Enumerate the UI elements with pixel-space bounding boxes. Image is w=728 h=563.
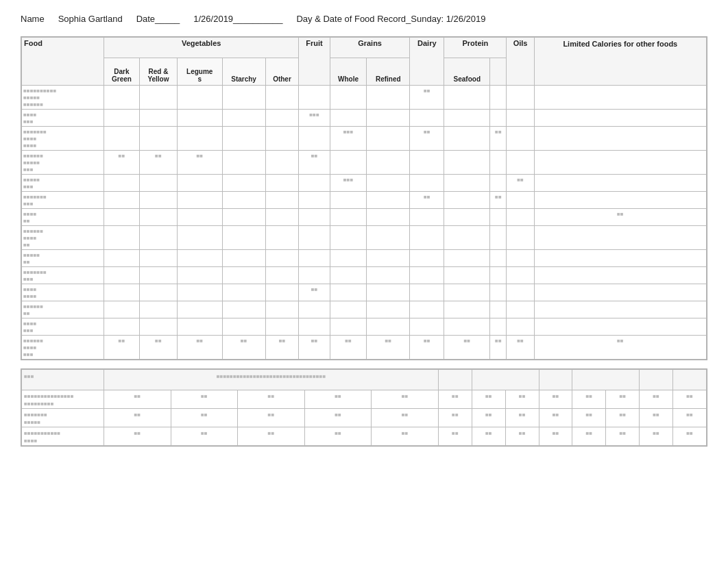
refined-cell	[367, 86, 410, 110]
other-veg-cell	[265, 226, 299, 250]
dairy-cell	[410, 318, 444, 336]
dark-green-cell	[104, 110, 140, 127]
other-veg-cell	[265, 151, 299, 175]
red-yellow-cell	[139, 250, 177, 267]
dairy-cell	[410, 267, 444, 284]
limited-cell: ■■	[673, 390, 707, 409]
fruit-cell: ■■	[299, 284, 330, 301]
starchy-cell	[222, 86, 265, 110]
other-veg-cell	[265, 175, 299, 192]
refined-cell	[367, 250, 410, 267]
red-yellow-cell	[139, 267, 177, 284]
limited-cell	[534, 250, 706, 267]
food-cell: ■■■■■■■■	[22, 175, 104, 192]
table-row: ■■■■■■■■■■■■■■■ ■■■ ■■ ■■	[22, 127, 707, 151]
fruit-cell: ■■■	[299, 110, 330, 127]
fruit-cell	[299, 267, 330, 284]
dairy-cell	[410, 226, 444, 250]
legumes-cell	[177, 175, 222, 192]
whole-cell	[330, 151, 366, 175]
food-cell: ■■■■■■■	[22, 318, 104, 336]
other-veg-cell	[265, 318, 299, 336]
whole-cell: ■■■	[330, 127, 366, 151]
fruit-cell: ■■	[299, 151, 330, 175]
table-row: ■■■■■■■■ ■■	[22, 284, 707, 301]
starchy-cell: ■■	[304, 390, 372, 409]
other-protein-cell: ■■	[490, 336, 507, 360]
col-starchy: Starchy	[222, 58, 265, 86]
food-cell: ■■■■■■■■■■■■■■■■■■■■■■■■	[22, 390, 104, 409]
oils-cell: ■■	[640, 409, 673, 427]
fruit-cell	[299, 175, 330, 192]
food-cell: ■■■■■■■■■■■■■■■	[22, 127, 104, 151]
oils-cell	[507, 284, 534, 301]
dark-green-cell	[104, 301, 140, 318]
other-protein-cell	[490, 250, 507, 267]
oils-cell	[507, 127, 534, 151]
table-row: ■■■■■■■■■■■■■■ ■■ ■■ ■■ ■■	[22, 151, 707, 175]
fruit-cell: ■■	[438, 409, 472, 427]
starchy-cell	[222, 284, 265, 301]
red-yellow-cell	[139, 127, 177, 151]
legumes-cell	[177, 110, 222, 127]
whole-cell	[330, 192, 366, 209]
whole-cell	[330, 250, 366, 267]
refined-cell	[367, 267, 410, 284]
col-vegetables-header: Vegetables	[104, 38, 299, 58]
seafood-cell	[444, 318, 490, 336]
bottom-col-vegetables-header: ■■■■■■■■■■■■■■■■■■■■■■■■■■■■■■■■■	[104, 370, 439, 390]
limited-cell	[534, 86, 706, 110]
food-cell: ■■■■■■■■■■■■■	[22, 336, 104, 360]
legumes-cell: ■■	[177, 151, 222, 175]
refined-cell	[367, 192, 410, 209]
oils-cell	[507, 192, 534, 209]
starchy-cell	[222, 250, 265, 267]
other-veg-cell: ■■	[372, 409, 439, 427]
oils-cell	[507, 151, 534, 175]
seafood-cell	[444, 250, 490, 267]
oils-cell	[507, 209, 534, 226]
table-row: ■■■■■■■■	[22, 301, 707, 318]
legumes-cell: ■■	[238, 427, 305, 446]
oils-cell: ■■	[507, 175, 534, 192]
col-whole: Whole	[330, 58, 366, 86]
bottom-table-body: ■■■■■■■■■■■■■■■■■■■■■■■■ ■■ ■■ ■■ ■■ ■■ …	[22, 390, 707, 446]
summary-row: ■■■■■■■■■■■■■ ■■ ■■ ■■ ■■ ■■ ■■ ■■ ■■ ■■…	[22, 336, 707, 360]
table-row: ■■■■■■■■■■■■■■■ ■■ ■■ ■■ ■■ ■■ ■■ ■■ ■■ …	[22, 427, 707, 446]
top-header-row: Food Vegetables Fruit Grains Dairy Prote…	[22, 38, 707, 58]
whole-cell: ■■	[330, 336, 366, 360]
main-table-body: ■■■■■■■■■■■■■■■■■■■■■ ■■ ■■■■■	[22, 86, 707, 360]
legumes-cell	[177, 267, 222, 284]
red-yellow-cell: ■■	[139, 336, 177, 360]
whole-cell: ■■	[472, 390, 505, 409]
bottom-col-dairy-header	[539, 370, 572, 390]
col-food-header: Food	[22, 38, 104, 86]
legumes-cell: ■■	[177, 336, 222, 360]
red-yellow-cell: ■■	[139, 151, 177, 175]
food-cell: ■■■■■■■	[22, 250, 104, 267]
dark-green-cell	[104, 127, 140, 151]
col-refined: Refined	[367, 58, 410, 86]
limited-cell	[534, 226, 706, 250]
date-label: Date_____	[136, 14, 180, 24]
table-row: ■■■■■■■ ■■■	[22, 110, 707, 127]
legumes-cell	[177, 127, 222, 151]
other-veg-cell	[265, 192, 299, 209]
whole-cell	[330, 209, 366, 226]
food-cell: ■■■■■■■■	[22, 301, 104, 318]
oils-cell: ■■	[507, 336, 534, 360]
dark-green-cell: ■■	[104, 409, 171, 427]
red-yellow-cell	[139, 284, 177, 301]
limited-cell: ■■	[673, 409, 707, 427]
legumes-cell	[177, 86, 222, 110]
starchy-cell	[222, 192, 265, 209]
legumes-cell	[177, 284, 222, 301]
seafood-cell	[444, 267, 490, 284]
other-protein-cell	[490, 151, 507, 175]
food-cell: ■■■■■■■■■■■■	[22, 226, 104, 250]
dark-green-cell	[104, 192, 140, 209]
other-protein-cell	[490, 318, 507, 336]
fruit-cell	[299, 127, 330, 151]
oils-cell	[507, 267, 534, 284]
col-dark-green: DarkGreen	[104, 58, 140, 86]
